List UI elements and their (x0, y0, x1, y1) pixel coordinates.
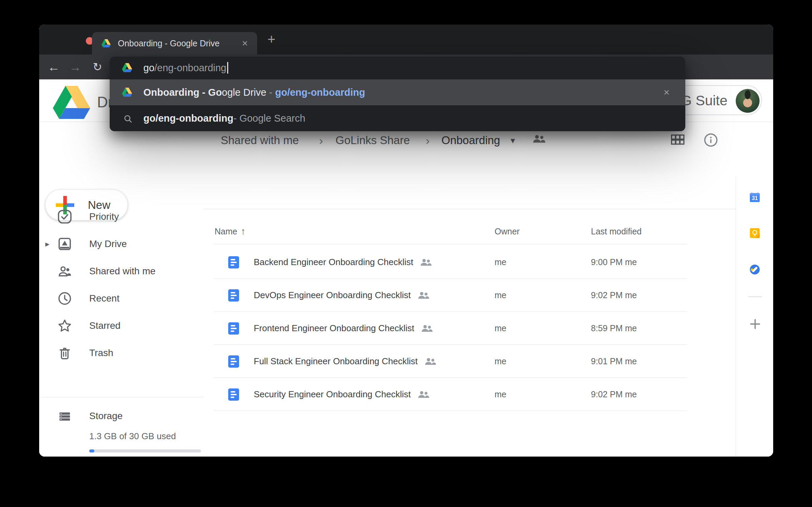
starred-icon (57, 318, 73, 334)
my-drive-icon (57, 236, 73, 252)
sidebar-label: Trash (89, 339, 113, 367)
reload-icon[interactable]: ↻ (88, 55, 107, 79)
table-row[interactable]: DevOps Engineer Onboarding Checklist me … (204, 279, 736, 311)
shared-people-icon (421, 324, 433, 332)
folder-dropdown-caret-icon[interactable]: ▾ (511, 130, 515, 151)
drive-logo[interactable] (53, 86, 90, 119)
breadcrumb-onboarding[interactable]: Onboarding (441, 130, 500, 151)
search-suffix: - Google Search (233, 113, 305, 124)
google-doc-icon (228, 388, 239, 401)
tab-title: Onboarding - Google Drive (118, 32, 220, 55)
sidebar-label: Storage (89, 402, 123, 430)
search-icon (123, 114, 133, 124)
drive-favicon (122, 63, 132, 72)
sidebar-item-priority[interactable]: Priority (39, 203, 204, 230)
column-header-name[interactable]: Name (215, 222, 237, 241)
gsuite-label: G Suite (681, 93, 728, 109)
storage-usage-text: 1.3 GB of 30 GB used (89, 431, 176, 442)
sidebar-label: Recent (89, 285, 120, 312)
column-header-owner[interactable]: Owner (495, 222, 520, 241)
remove-suggestion-icon[interactable]: × (660, 86, 673, 99)
priority-icon (57, 209, 73, 225)
rail-divider (748, 296, 762, 297)
suggestion-text: go/eng-onboarding - Google Search (143, 105, 305, 131)
suggestion-google-search[interactable]: go/eng-onboarding - Google Search (110, 105, 685, 131)
text-cursor (227, 62, 228, 74)
add-app-plus-icon[interactable] (749, 318, 761, 330)
file-name: Security Engineer Onboarding Checklist (254, 389, 411, 400)
storage-progress-fill (89, 449, 94, 452)
drive-favicon (122, 88, 132, 97)
google-doc-icon (228, 289, 239, 302)
expand-caret-icon[interactable]: ▸ (45, 239, 49, 249)
shared-people-icon (420, 258, 432, 266)
account-avatar[interactable] (736, 89, 760, 113)
file-name: Frontend Engineer Onboarding Checklist (254, 323, 414, 334)
forward-icon[interactable]: → (66, 55, 85, 79)
table-row[interactable]: Frontend Engineer Onboarding Checklist m… (204, 312, 736, 344)
shared-people-icon (418, 291, 429, 299)
sidebar-item-shared-with-me[interactable]: Shared with me (39, 258, 204, 285)
breadcrumb-shared-with-me[interactable]: Shared with me (221, 130, 299, 151)
breadcrumb-golinks-share[interactable]: GoLinks Share (335, 130, 410, 151)
grid-view-icon[interactable] (670, 133, 685, 147)
file-modified: 9:01 PM me (591, 345, 637, 378)
file-owner: me (495, 246, 506, 278)
table-row[interactable]: Backend Engineer Onboarding Checklist me… (204, 246, 736, 278)
google-doc-icon (228, 256, 239, 268)
sidebar-item-storage[interactable]: Storage (39, 402, 204, 430)
back-icon[interactable]: ← (44, 55, 63, 79)
shared-people-icon (424, 357, 436, 365)
file-name: DevOps Engineer Onboarding Checklist (254, 290, 411, 301)
omnibox-text: go/eng-onboarding (143, 57, 228, 79)
sidebar-item-starred[interactable]: Starred (39, 312, 204, 339)
shared-people-icon (418, 390, 429, 398)
new-tab-button[interactable]: + (264, 32, 279, 47)
suggestion-text: Onboarding - Google Drive - go/eng-onboa… (143, 79, 365, 105)
desktop-background: Onboarding - Google Drive × + ← → ↻ (0, 0, 812, 507)
omnibox-typed-text: go (143, 62, 154, 74)
calendar-day: 31 (752, 195, 758, 201)
suggestion-drive-result[interactable]: Onboarding - Google Drive - go/eng-onboa… (110, 79, 685, 105)
file-modified: 9:02 PM me (591, 378, 637, 411)
omnibox[interactable]: go/eng-onboarding (110, 57, 685, 79)
keep-icon[interactable] (749, 227, 761, 239)
sidebar-item-my-drive[interactable]: ▸ My Drive (39, 230, 204, 258)
file-modified: 9:00 PM me (591, 246, 637, 278)
storage-progress-bar (89, 449, 201, 452)
trash-icon (57, 345, 73, 361)
suggestion-title-rest: ogle Drive (222, 87, 266, 98)
column-header-last-modified[interactable]: Last modified (591, 222, 642, 241)
sidebar-label: Priority (89, 203, 119, 230)
table-row[interactable]: Security Engineer Onboarding Checklist m… (204, 378, 736, 411)
file-owner: me (495, 312, 506, 344)
google-doc-icon (228, 355, 239, 368)
info-icon[interactable] (703, 133, 718, 148)
storage-icon (57, 408, 73, 424)
table-row[interactable]: Full Stack Engineer Onboarding Checklist… (204, 345, 736, 378)
suggestion-dash: - (266, 87, 275, 98)
sidebar-label: Starred (89, 312, 121, 339)
file-owner: me (495, 279, 506, 311)
sidebar-item-recent[interactable]: Recent (39, 285, 204, 312)
file-name: Backend Engineer Onboarding Checklist (254, 257, 413, 267)
folder-shared-icon (532, 134, 545, 143)
sidebar-item-trash[interactable]: Trash (39, 339, 204, 367)
close-tab-icon[interactable]: × (238, 37, 251, 50)
calendar-icon[interactable]: 31 (749, 191, 761, 203)
browser-tab[interactable]: Onboarding - Google Drive × (92, 32, 257, 55)
right-rail-divider (736, 177, 736, 457)
breadcrumb-separator: › (426, 130, 430, 151)
breadcrumb-divider (204, 209, 736, 209)
recent-icon (57, 291, 73, 306)
shared-with-me-icon (57, 263, 73, 279)
file-name: Full Stack Engineer Onboarding Checklist (254, 356, 418, 367)
breadcrumb-separator: › (319, 130, 323, 151)
sort-ascending-icon[interactable]: ↑ (241, 222, 246, 241)
suggestion-url: go/eng-onboarding (275, 87, 365, 98)
file-modified: 8:59 PM me (591, 312, 637, 344)
file-owner: me (495, 345, 506, 378)
tab-strip: Onboarding - Google Drive × + (39, 25, 773, 55)
suggestion-title-bold: Onboarding - Go (143, 87, 222, 98)
tasks-icon[interactable] (749, 264, 761, 275)
